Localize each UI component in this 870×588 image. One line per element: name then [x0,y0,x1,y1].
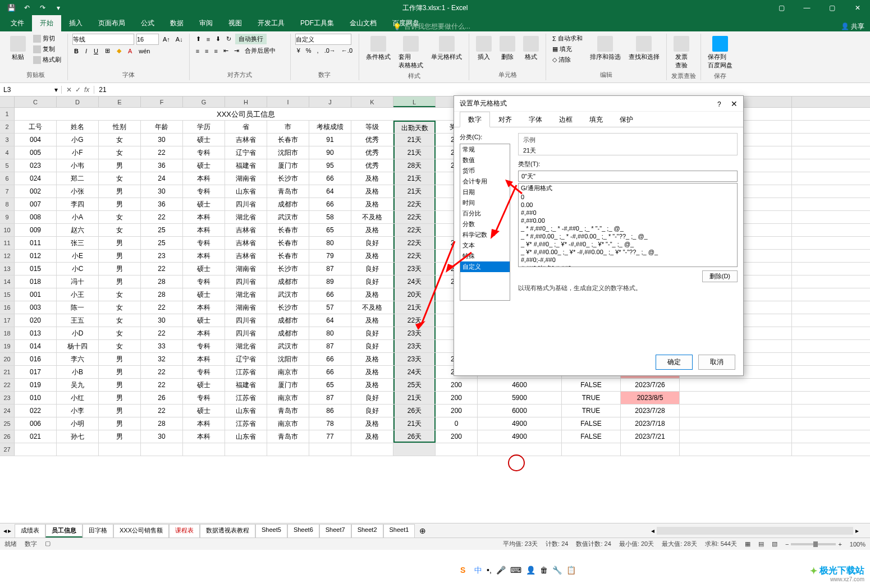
cell[interactable] [680,430,792,443]
cell[interactable] [680,417,792,430]
cell[interactable]: 吉林省 [225,134,267,146]
cell[interactable]: 本科 [183,430,225,443]
cell[interactable]: 2023/7/28 [621,405,680,417]
cell[interactable] [621,443,680,456]
cell[interactable]: 出勤天数 [393,121,436,133]
cell[interactable]: 001 [15,288,57,301]
cell[interactable]: 及格 [351,224,393,236]
fill-color-button[interactable]: ◆ [115,47,123,55]
cell[interactable]: 四川省 [225,314,267,327]
cell[interactable]: 硕士 [183,134,225,146]
category-item[interactable]: 货币 [460,166,510,176]
cell[interactable]: 江苏省 [225,417,267,430]
cell[interactable]: 四川省 [225,327,267,339]
cell[interactable] [99,443,141,456]
dlg-tab-protect[interactable]: 保护 [611,112,642,127]
record-macro-icon[interactable]: ▢ [45,540,51,548]
col-header[interactable]: C [15,97,57,107]
cell[interactable]: 男 [99,237,141,249]
row-header[interactable]: 24 [0,405,15,417]
cell[interactable]: 厦门市 [267,159,309,172]
type-item[interactable]: _ * #,##0.00_ ;_ * -#,##0.00_ ;_ * "-"??… [519,232,737,240]
cancel-formula-icon[interactable]: ✕ [66,86,72,94]
cell[interactable]: 015 [15,263,57,275]
tab-review[interactable]: 审阅 [191,15,221,31]
category-item[interactable]: 文本 [460,240,510,251]
row-header[interactable]: 9 [0,211,15,223]
cell[interactable]: 79 [309,250,351,262]
cell[interactable]: 及格 [351,198,393,210]
tab-home[interactable]: 开始 [32,15,61,31]
cell[interactable]: 福建省 [225,379,267,391]
type-item[interactable]: G/通用格式 [519,183,737,193]
cell[interactable]: 女 [99,146,141,159]
cell[interactable]: 本科 [183,353,225,365]
cell[interactable]: 23天 [393,327,436,339]
cell[interactable]: 22天 [393,237,436,249]
baidu-save-button[interactable]: 保存到 百度网盘 [706,34,735,72]
cell[interactable]: 004 [15,134,57,146]
sheet-tab[interactable]: 田字格 [83,524,113,538]
dlg-tab-align[interactable]: 对齐 [490,112,520,127]
cell[interactable]: 长沙市 [267,172,309,185]
tab-dev[interactable]: 开发工具 [250,15,292,31]
cell[interactable]: 22 [141,327,183,339]
sheet-tab[interactable]: Sheet7 [319,524,351,538]
autosum-button[interactable]: Σ自动求和 [551,34,584,43]
cell[interactable]: 66 [309,353,351,365]
cell[interactable]: 77 [309,430,351,443]
cell[interactable]: 及格 [351,172,393,185]
cell[interactable]: 不及格 [351,301,393,314]
cond-format-button[interactable]: 条件格式 [364,34,393,63]
cell[interactable]: 山东省 [225,185,267,197]
col-header[interactable]: D [57,97,99,107]
cell[interactable]: 及格 [351,430,393,443]
cell[interactable]: 优秀 [351,159,393,172]
border-button[interactable]: ⊞ [103,47,112,55]
cell[interactable]: 87 [309,392,351,404]
row-header[interactable]: 3 [0,134,15,146]
type-item[interactable]: _ * #,##0_ ;_ * -#,##0_ ;_ * "-"_ ;_ @_ [519,224,737,232]
type-item[interactable]: _ ¥* #,##0.00_ ;_ ¥* -#,##0.00_ ;_ ¥* "-… [519,248,737,256]
cell[interactable]: 湖北省 [225,340,267,352]
cell[interactable]: 良好 [351,405,393,417]
cell[interactable]: 23 [141,250,183,262]
cell[interactable]: 87 [309,340,351,352]
cell[interactable]: 23天 [393,353,436,365]
row-header[interactable]: 27 [0,443,15,456]
cell[interactable]: 21天 [393,172,436,185]
cell[interactable]: 66 [309,198,351,210]
close-icon[interactable]: ✕ [845,0,870,16]
cell[interactable]: 不及格 [351,211,393,223]
delete-cells-button[interactable]: 删除 [497,34,518,63]
type-list[interactable]: G/通用格式00.00#,##0#,##0.00_ * #,##0_ ;_ * … [518,183,738,267]
cell[interactable]: 长春市 [267,250,309,262]
cell[interactable]: 辽宁省 [225,353,267,365]
cell[interactable]: 22 [141,301,183,314]
cell[interactable]: 22天 [393,314,436,327]
col-header[interactable]: J [309,97,351,107]
share-button[interactable]: 👤 共享 [841,22,864,31]
row-header[interactable]: 5 [0,159,15,172]
qat-more-icon[interactable]: ▾ [53,2,64,13]
name-box[interactable]: L3▾ [0,86,62,94]
sheet-nav-last-icon[interactable]: ▸ [8,527,11,535]
type-item[interactable]: #,##0.00 [519,217,737,224]
cell[interactable]: FALSE [562,379,621,391]
cell[interactable]: 010 [15,392,57,404]
cell[interactable]: 专科 [183,237,225,249]
cell[interactable]: 小C [57,263,99,275]
redo-icon[interactable]: ↷ [37,2,48,13]
cell[interactable]: 良好 [351,392,393,404]
font-color-button[interactable]: A [126,47,134,55]
cell[interactable]: 25 [141,237,183,249]
cell[interactable]: 沈阳市 [267,353,309,365]
cell[interactable]: 吉林省 [225,237,267,249]
category-item[interactable]: 时间 [460,197,510,208]
col-header[interactable]: L [393,97,436,107]
cell[interactable]: 33 [141,340,183,352]
cell[interactable]: 专科 [183,275,225,288]
cell[interactable]: 专科 [183,146,225,159]
cell[interactable]: 及格 [351,417,393,430]
category-item[interactable]: 分数 [460,219,510,229]
